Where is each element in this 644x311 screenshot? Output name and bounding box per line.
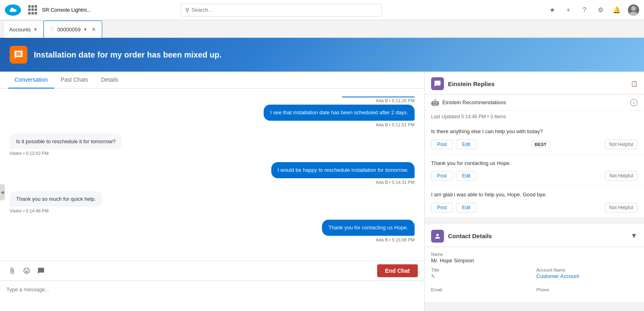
best-badge-1: BEST [531, 141, 550, 148]
einstein-icon-wrap [431, 77, 444, 90]
favorites-icon[interactable]: ★ [547, 5, 557, 15]
edit-button-2[interactable]: Edit [456, 171, 477, 181]
email-label: Email [431, 287, 533, 292]
help-icon[interactable]: ? [580, 5, 589, 15]
contact-expand-icon[interactable]: ▼ [630, 232, 638, 240]
svg-point-1 [631, 6, 636, 11]
nav-right-icons: ★ + ? ⚙ 🔔 [547, 4, 639, 16]
einstein-header: Einstein Replies 📋 [425, 72, 644, 95]
msg-meta-2: Visitor • 5:12:02 PM [10, 151, 49, 156]
separator-line [342, 97, 415, 97]
search-input[interactable] [192, 7, 378, 13]
settings-icon[interactable]: ⚙ [596, 5, 605, 15]
account-name-value[interactable]: Customer Account [537, 273, 638, 279]
app-name-label: SR Console Lightni... [42, 7, 91, 13]
name-value: Mr. Hope Simpson [431, 257, 638, 264]
case-title: Installation date for my order has been … [34, 50, 222, 60]
not-helpful-button-1[interactable]: Not Helpful [605, 140, 638, 149]
chat-message-5: Thank you for contacting us Hope. Ada B … [10, 220, 415, 242]
accounts-tab-dropdown[interactable]: ▼ [33, 27, 37, 32]
einstein-sub-header: 🤖 Einstein Recommendations i [425, 95, 644, 111]
post-button-2[interactable]: Post [431, 171, 453, 181]
name-field: Name Mr. Hope Simpson [431, 252, 638, 264]
phone-field: Phone [537, 287, 638, 293]
title-field: Title ✎ [431, 268, 533, 279]
einstein-replies-card: Einstein Replies 📋 🤖 Einstein Recommenda… [425, 72, 644, 218]
bubble-left-4: Thank you so much for quick help. [10, 191, 102, 207]
chat-message-1: Ada B • 5:11:25 PM I see that installati… [10, 97, 415, 127]
bubble-right-5: Thank you for contacting us Hope. [322, 220, 415, 236]
chat-area: Ada B • 5:11:25 PM I see that installati… [0, 89, 424, 261]
title-edit-icon[interactable]: ✎ [431, 274, 435, 279]
bubble-left-2: Is it possible to reschedule it for tomo… [10, 134, 122, 150]
title-value: ✎ [431, 273, 533, 279]
sidebar-toggle[interactable]: ◀ [0, 184, 5, 200]
agent-name-1: Ada B • 5:11:25 PM [376, 98, 415, 103]
case-icon-wrap [10, 46, 27, 64]
chat-message-4: Thank you so much for quick help. Visito… [10, 191, 415, 214]
chat-icon [14, 50, 23, 60]
reply-item-2: Thank you for contacting us Hope. Post E… [425, 154, 644, 186]
tab-details[interactable]: Details [95, 72, 125, 89]
msg-meta-3: Ada B • 5:14:31 PM [376, 180, 415, 185]
tab-accounts[interactable]: Accounts ▼ [3, 21, 43, 38]
reply-actions-1: Post Edit BEST Not Helpful [431, 140, 638, 149]
user-avatar[interactable] [628, 4, 639, 16]
salesforce-logo[interactable] [5, 4, 21, 16]
emoji-icon[interactable] [21, 265, 32, 276]
info-icon[interactable]: i [630, 99, 638, 106]
main-layout: ◀ Conversation Past Chats Details Ada B … [0, 72, 644, 311]
attachment-icon[interactable] [6, 265, 18, 276]
sub-tabs: Conversation Past Chats Details [0, 72, 424, 89]
reply-actions-3: Post Edit Not Helpful [431, 203, 638, 212]
chat-input-area[interactable] [0, 280, 424, 311]
reply-text-2: Thank you for contacting us Hope. [431, 159, 638, 167]
einstein-title: Einstein Replies [448, 80, 627, 87]
name-label: Name [431, 252, 638, 257]
tab-bar: Accounts ▼ ♡ 00000059 ▼ ✕ [0, 20, 644, 38]
reply-actions-2: Post Edit Not Helpful [431, 171, 638, 181]
contact-details-card: Contact Details ▼ Name Mr. Hope Simpson … [425, 224, 644, 302]
case-tab-dropdown[interactable]: ▼ [83, 27, 87, 32]
contact-icon-wrap [431, 230, 444, 243]
bubble-right-1: I see that installation date has been sc… [264, 105, 415, 121]
email-field: Email [431, 287, 533, 293]
reply-item-1: Is there anything else I can help you wi… [425, 123, 644, 154]
end-chat-button[interactable]: End Chat [377, 264, 418, 277]
reply-text-3: I am glad i was able to help you, Hope. … [431, 191, 638, 199]
last-updated-label: Last Updated 5:14:46 PM • 3 Items [425, 111, 644, 123]
copy-icon[interactable]: 📋 [631, 80, 638, 87]
msg-meta-5: Ada B • 5:15:08 PM [376, 237, 415, 242]
post-button-3[interactable]: Post [431, 203, 453, 212]
tab-conversation[interactable]: Conversation [8, 72, 54, 89]
title-label: Title [431, 268, 533, 272]
msg-meta-4: Visitor • 5:14:46 PM [10, 208, 49, 213]
add-icon[interactable]: + [564, 5, 573, 15]
edit-button-3[interactable]: Edit [456, 203, 477, 212]
bot-icon: 🤖 [431, 99, 439, 106]
phone-label: Phone [537, 287, 638, 292]
chat-input[interactable] [6, 286, 418, 292]
einstein-sub-title: Einstein Recommendations [442, 99, 627, 105]
reply-text-1: Is there anything else I can help you wi… [431, 128, 638, 136]
notifications-icon[interactable]: 🔔 [612, 5, 621, 15]
top-navigation: SR Console Lightni... ⚲ ★ + ? ⚙ 🔔 [0, 0, 644, 20]
post-button-1[interactable]: Post [431, 140, 453, 149]
msg-meta-1: Ada B • 5:11:51 PM [376, 122, 415, 127]
app-grid-icon[interactable] [28, 5, 38, 15]
case-tab-label: 00000059 [57, 27, 80, 33]
search-icon: ⚲ [185, 7, 189, 13]
global-search-bar[interactable]: ⚲ [181, 4, 382, 16]
not-helpful-button-3[interactable]: Not Helpful [605, 203, 638, 212]
tab-past-chats[interactable]: Past Chats [54, 72, 95, 89]
right-panel: Einstein Replies 📋 🤖 Einstein Recommenda… [425, 72, 644, 311]
left-panel: ◀ Conversation Past Chats Details Ada B … [0, 72, 425, 311]
contact-title: Contact Details [448, 233, 626, 239]
account-name-label: Account Name [537, 268, 638, 272]
reply-item-3: I am glad i was able to help you, Hope. … [425, 186, 644, 218]
not-helpful-button-2[interactable]: Not Helpful [605, 171, 638, 181]
chat-icon-toolbar[interactable] [35, 265, 47, 276]
tab-case-active[interactable]: ♡ 00000059 ▼ ✕ [43, 21, 102, 38]
edit-button-1[interactable]: Edit [456, 140, 477, 149]
case-tab-close-icon[interactable]: ✕ [91, 26, 96, 33]
